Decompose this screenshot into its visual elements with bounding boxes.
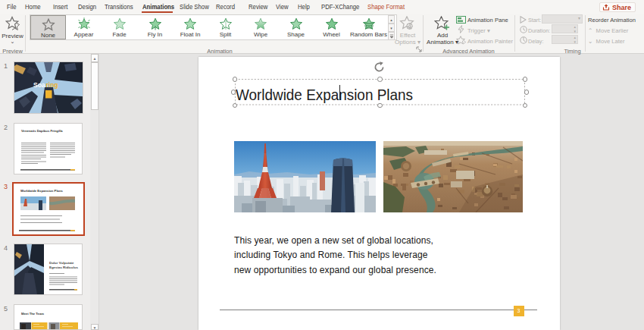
svg-text:Venenatis Dapibus Fringilla: Venenatis Dapibus Fringilla bbox=[21, 129, 63, 133]
svg-text:Dolor Vulputate: Dolor Vulputate bbox=[49, 261, 74, 265]
svg-text:Meet The Team: Meet The Team bbox=[21, 312, 44, 316]
svg-text:Worldwide Expansion Plans: Worldwide Expansion Plans bbox=[20, 189, 63, 193]
svg-text:ring: ring bbox=[46, 81, 58, 89]
svg-text:Soa: Soa bbox=[33, 81, 45, 89]
svg-text:Egestas Ridiculus: Egestas Ridiculus bbox=[49, 266, 78, 269]
